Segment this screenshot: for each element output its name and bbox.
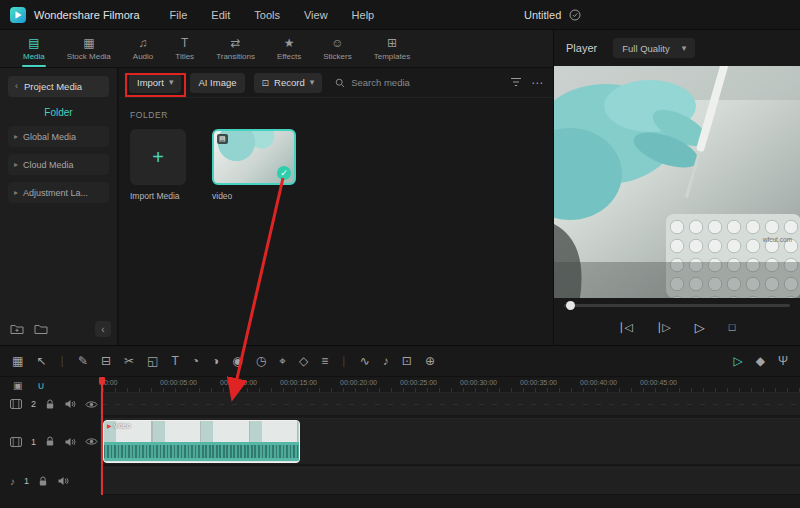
plus-icon: +	[152, 147, 164, 167]
adjust-icon[interactable]: ≡	[321, 355, 328, 367]
filmora-window: Wondershare Filmora FileEditToolsViewHel…	[0, 0, 800, 508]
ai-image-button[interactable]: AI Image	[190, 73, 244, 93]
sidebar-item-cloud-media[interactable]: ▸ Cloud Media	[8, 154, 109, 175]
menu-view[interactable]: View	[304, 9, 328, 21]
previous-frame-button[interactable]: ∣◁	[619, 321, 633, 334]
toolbar-divider[interactable]: ∣	[59, 355, 65, 367]
quality-select[interactable]: Full Quality ▾	[613, 38, 695, 58]
project-name: Untitled	[524, 9, 561, 21]
media-panel: Import ▾ AI Image ⊡ Record ▾ ⋯ FOLD	[119, 68, 553, 345]
select-tool-icon[interactable]: ↖	[36, 355, 46, 367]
track-number: 2	[31, 399, 36, 409]
audio-wave-icon[interactable]: ∿	[360, 355, 370, 367]
timeline-ruler[interactable]: 00:0000:00:05:0000:00:10:0000:00:15:0000…	[100, 377, 800, 392]
tab-stock-media[interactable]: ▦ Stock Media	[58, 30, 120, 67]
selected-check-icon: ✓	[277, 166, 291, 180]
import-media-tile-button[interactable]: +	[130, 129, 186, 185]
collapse-sidebar-button[interactable]: ‹	[95, 321, 111, 337]
menu-file[interactable]: File	[170, 9, 188, 21]
mute-icon[interactable]	[57, 476, 69, 486]
project-media-back-button[interactable]: ‹ Project Media	[8, 76, 109, 97]
timeline-clip-video[interactable]: ▶ video	[103, 420, 300, 463]
media-browser-icon[interactable]: ▦	[12, 355, 23, 367]
tab-media[interactable]: ▤ Media	[14, 30, 54, 67]
lock-icon[interactable]	[45, 399, 55, 410]
stop-button[interactable]: □	[729, 321, 736, 333]
visibility-icon[interactable]	[85, 437, 98, 446]
lock-icon[interactable]	[45, 436, 55, 447]
visibility-icon[interactable]	[85, 400, 98, 409]
new-folder-icon[interactable]	[10, 324, 24, 335]
mask-icon[interactable]: ◉	[232, 355, 242, 367]
next-frame-button[interactable]: ∣▷	[657, 321, 671, 334]
snap-icon[interactable]: ∪	[37, 381, 44, 391]
color-icon[interactable]: ◑	[212, 355, 219, 367]
media-sidebar: ‹ Project Media Folder ▸ Global Media ▸ …	[0, 68, 118, 345]
tab-label: Templates	[374, 52, 410, 61]
menu-help[interactable]: Help	[352, 9, 375, 21]
split-icon[interactable]: ✂	[124, 355, 134, 367]
menu-edit[interactable]: Edit	[211, 9, 230, 21]
track-header-audio-1: ♪ 1	[0, 467, 100, 495]
sidebar-item-global-media[interactable]: ▸ Global Media	[8, 126, 109, 147]
more-options-button[interactable]: ⋯	[531, 76, 543, 90]
timer-icon[interactable]: ◷	[256, 355, 266, 367]
sidebar-item-adjustment-layer[interactable]: ▸ Adjustment La...	[8, 182, 109, 203]
mute-icon[interactable]	[64, 437, 76, 447]
preview-video-frame	[554, 66, 800, 298]
manage-tracks-icon[interactable]: ▣	[13, 381, 22, 391]
sidebar-group-label: Adjustment La...	[23, 188, 88, 198]
sidebar-groups: ▸ Global Media ▸ Cloud Media ▸ Adjustmen…	[0, 126, 117, 203]
chevron-right-icon: ▸	[14, 132, 18, 141]
current-folder-label[interactable]: Folder	[0, 107, 117, 118]
tab-stickers[interactable]: ☺ Stickers	[314, 30, 360, 67]
seek-row	[554, 298, 800, 312]
track-lane-video-1[interactable]: ▶ video	[100, 418, 800, 465]
folder-icon[interactable]	[34, 324, 48, 335]
playhead[interactable]	[101, 377, 103, 495]
clip-tag: ▶ video	[107, 422, 130, 429]
record-button[interactable]: ⊡ Record ▾	[254, 73, 323, 93]
seek-bar[interactable]	[564, 304, 790, 307]
speed-icon[interactable]: ◔	[192, 355, 199, 367]
tab-label: Transitions	[216, 52, 255, 61]
snapshot-icon[interactable]: ⊡	[402, 355, 412, 367]
seek-handle[interactable]	[566, 301, 575, 310]
tab-titles[interactable]: T Titles	[166, 30, 203, 67]
motion-tracking-icon[interactable]: ⌖	[279, 355, 286, 367]
ripple-edit-icon[interactable]: ✎	[78, 355, 88, 367]
lock-icon[interactable]	[38, 476, 48, 487]
video-preview[interactable]: wfcut.com	[554, 66, 800, 298]
render-preview-icon[interactable]: ▷	[734, 355, 743, 367]
tab-transitions[interactable]: ⇄ Transitions	[207, 30, 264, 67]
tab-label: Stock Media	[67, 52, 111, 61]
play-button[interactable]: ▷	[695, 320, 705, 335]
toolbar-divider[interactable]: ∣	[341, 355, 347, 367]
menu-tools[interactable]: Tools	[254, 9, 280, 21]
mute-icon[interactable]	[64, 399, 76, 409]
tab-icon: ☺	[331, 37, 343, 49]
track-lane-audio-1[interactable]	[100, 467, 800, 495]
chevron-down-icon: ▾	[310, 78, 315, 87]
track-manage-icons: ▣∪	[13, 381, 45, 391]
crop-icon[interactable]: ◱	[147, 355, 158, 367]
audio-note-icon[interactable]: ♪	[383, 355, 389, 367]
video-thumbnail[interactable]: ▤ ✓	[212, 129, 296, 185]
tab-templates[interactable]: ⊞ Templates	[365, 30, 419, 67]
keyframe-icon[interactable]: ◇	[299, 355, 308, 367]
filter-icon[interactable]	[510, 77, 522, 88]
track-lane-video-2[interactable]	[100, 392, 800, 416]
search-input[interactable]	[351, 77, 497, 88]
text-tool-icon[interactable]: T	[171, 355, 178, 367]
tab-audio[interactable]: ♫ Audio	[124, 30, 162, 67]
ruler-label: 00:00:40:00	[580, 377, 640, 392]
track-header-video-2: 2	[0, 392, 100, 416]
timeline: ▦↖∣✎⊟✂◱T◔◑◉◷⌖◇≡∣∿♪⊡⊕ ▷◆Ψ ▣∪ 00:0000:00:0…	[0, 345, 800, 508]
search-box[interactable]	[331, 77, 501, 88]
tab-icon: ♫	[139, 37, 148, 49]
tab-effects[interactable]: ★ Effects	[268, 30, 310, 67]
marker-icon[interactable]: ⊕	[425, 355, 435, 367]
quality-badge-icon[interactable]: ◆	[756, 355, 765, 367]
voiceover-mic-icon[interactable]: Ψ	[778, 355, 788, 367]
delete-icon[interactable]: ⊟	[101, 355, 111, 367]
